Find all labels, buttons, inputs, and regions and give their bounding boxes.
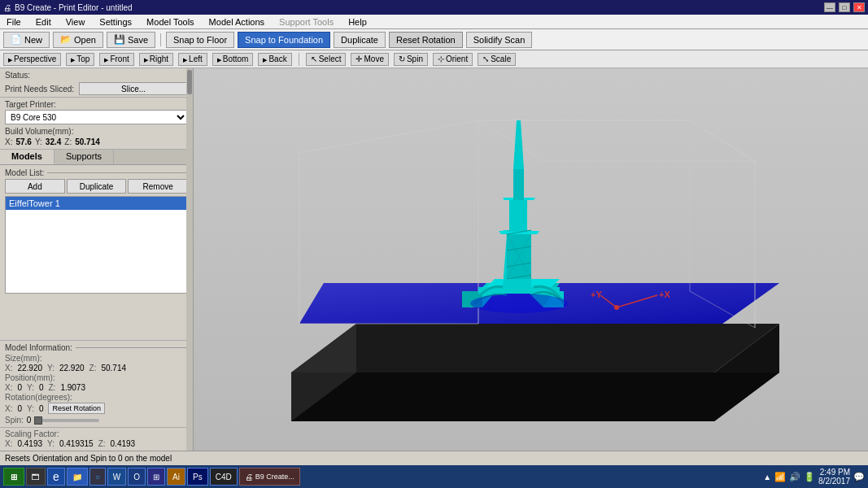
snap-to-foundation-button[interactable]: Snap to Foundation	[238, 32, 330, 48]
tab-models[interactable]: Models	[0, 150, 55, 164]
taskbar-app-word[interactable]: W	[107, 468, 126, 486]
bottom-view-button[interactable]: Bottom	[212, 53, 254, 66]
select-button[interactable]: ↖Select	[306, 53, 347, 66]
scaling-section: Scaling Factor: X: 0.4193 Y: 0.419315 Z:…	[0, 427, 193, 451]
browser-icon: ○	[95, 473, 100, 481]
taskbar-app-windows[interactable]: ⊞	[147, 468, 165, 486]
taskbar-app-1[interactable]: 🗔	[26, 468, 46, 486]
solidify-scan-button[interactable]: Solidify Scan	[466, 32, 533, 48]
menu-edit[interactable]: Edit	[33, 17, 55, 27]
build-x-label: X:	[5, 137, 12, 146]
toolbar: 📄 New 📂 Open 💾 Save Snap to Floor Snap t…	[0, 29, 868, 50]
start-button[interactable]: ⊞	[3, 468, 24, 486]
title-bar-controls: — □ ✕	[824, 2, 865, 12]
model-info-title: Model Information:	[5, 343, 188, 352]
rot-x-label: X:	[5, 404, 12, 413]
y-axis-label: +Y	[591, 290, 602, 299]
back-view-button[interactable]: Back	[258, 53, 291, 66]
right-icon	[144, 54, 148, 63]
viewport[interactable]: +X +Y	[194, 68, 868, 451]
slice-button[interactable]: Slice...	[79, 82, 188, 95]
rot-x-value: 0	[17, 404, 22, 413]
front-view-button[interactable]: Front	[99, 53, 133, 66]
taskbar-app-ie[interactable]: e	[47, 468, 65, 486]
c4d-icon: C4D	[216, 473, 232, 481]
separator-1	[160, 33, 161, 46]
save-button[interactable]: 💾 Save	[107, 32, 155, 48]
taskbar-notifications[interactable]: 💬	[853, 472, 865, 482]
svg-rect-8	[507, 230, 531, 279]
scaling-label: Scaling Factor:	[5, 429, 59, 438]
open-button[interactable]: 📂 Open	[53, 32, 103, 48]
menu-help[interactable]: Help	[345, 17, 370, 27]
snap-to-floor-button[interactable]: Snap to Floor	[166, 32, 234, 48]
position-row: Position(mm):	[5, 373, 188, 382]
close-button[interactable]: ✕	[853, 2, 865, 12]
spin-label: Spin:	[5, 416, 24, 425]
folder-icon: 📁	[72, 473, 82, 481]
taskbar-app-cinema4d[interactable]: C4D	[210, 468, 238, 486]
spin-button[interactable]: ↻Spin	[394, 53, 428, 66]
reset-rotation-inline-button[interactable]: Reset Rotation	[48, 403, 105, 414]
scale-button[interactable]: ⤡Scale	[478, 53, 516, 66]
right-view-button[interactable]: Right	[139, 53, 173, 66]
size-y-value: 22.920	[59, 364, 85, 373]
spin-slider[interactable]	[34, 419, 99, 422]
maximize-button[interactable]: □	[839, 2, 850, 12]
move-icon: ✛	[355, 54, 362, 63]
select-icon: ↖	[311, 54, 317, 63]
top-view-button[interactable]: Top	[66, 53, 94, 66]
menu-support-tools[interactable]: Support Tools	[276, 17, 337, 27]
model-list-box[interactable]: EiffelTower 1	[5, 196, 188, 294]
svg-point-20	[470, 294, 568, 313]
orient-button[interactable]: ⊹Orient	[433, 53, 473, 66]
scale-icon: ⤡	[482, 54, 489, 63]
printer-select[interactable]: B9 Core 530	[5, 110, 188, 124]
rotation-values: X: 0 Y: 0 Reset Rotation	[5, 403, 188, 414]
menu-file[interactable]: File	[3, 17, 24, 27]
minimize-button[interactable]: —	[824, 2, 835, 12]
perspective-view-button[interactable]: Perspective	[3, 53, 61, 66]
position-values: X: 0 Y: 0 Z: 1.9073	[5, 383, 188, 392]
scroll-bar[interactable]	[186, 68, 193, 451]
tab-supports[interactable]: Supports	[55, 150, 114, 164]
menu-view[interactable]: View	[63, 17, 89, 27]
taskbar-icon-up[interactable]: ▲	[763, 473, 771, 481]
move-button[interactable]: ✛Move	[351, 53, 388, 66]
taskbar-time: 2:49 PM	[820, 468, 850, 477]
taskbar-b9-app[interactable]: 🖨 B9 Create...	[239, 468, 300, 486]
taskbar-app-browser[interactable]: ○	[89, 468, 106, 486]
perspective-icon	[8, 54, 12, 63]
x-axis-label: +X	[659, 290, 670, 299]
taskbar-app-photoshop[interactable]: Ps	[187, 468, 208, 486]
left-view-button[interactable]: Left	[178, 53, 207, 66]
duplicate-button[interactable]: Duplicate	[334, 32, 386, 48]
menu-settings[interactable]: Settings	[96, 17, 135, 27]
new-button[interactable]: 📄 New	[3, 32, 50, 48]
taskbar-app-folder[interactable]: 📁	[67, 468, 88, 486]
pos-z-value: 1.9073	[60, 383, 85, 392]
panel-tabs: Models Supports	[0, 150, 193, 165]
pos-z-label: Z:	[48, 383, 55, 392]
taskbar: ⊞ 🗔 e 📁 ○ W O ⊞ Ai Ps C4D 🖨 B9 Create...…	[0, 465, 868, 488]
scale-y-label: Y:	[47, 439, 55, 448]
rot-y-value: 0	[39, 404, 44, 413]
model-info-section: Model Information: Size(mm): X: 22.920 Y…	[0, 340, 193, 427]
taskbar-app-illustrator[interactable]: Ai	[167, 468, 185, 486]
add-model-button[interactable]: Add	[5, 179, 65, 194]
position-label: Position(mm):	[5, 373, 55, 382]
b9-label: B9 Create...	[255, 473, 294, 481]
model-list-item[interactable]: EiffelTower 1	[6, 197, 187, 210]
menu-model-actions[interactable]: Model Actions	[206, 17, 268, 27]
remove-model-button[interactable]: Remove	[128, 179, 188, 194]
taskbar-app-outlook[interactable]: O	[128, 468, 146, 486]
ie-icon: e	[53, 470, 59, 483]
build-x-value: 57.6	[15, 137, 31, 146]
duplicate-model-button[interactable]: Duplicate	[67, 179, 127, 194]
reset-rotation-button[interactable]: Reset Rotation	[389, 32, 463, 48]
top-icon	[71, 54, 75, 63]
word-icon: W	[113, 473, 120, 481]
scaling-row: Scaling Factor:	[5, 429, 188, 438]
menu-model-tools[interactable]: Model Tools	[143, 17, 198, 27]
title-line	[47, 172, 188, 173]
